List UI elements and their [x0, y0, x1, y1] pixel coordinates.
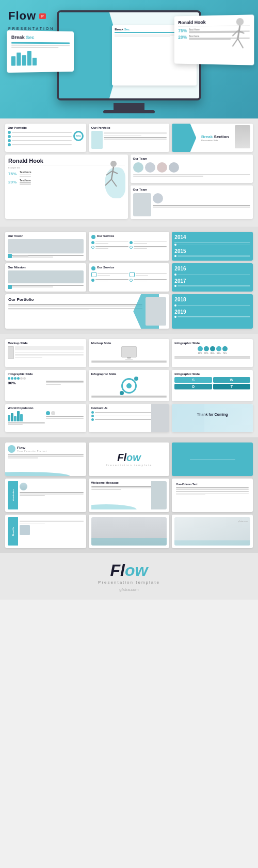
svg-line-2	[232, 39, 237, 46]
slide-mockup-2: Mockup Slide	[89, 339, 170, 367]
flow-slide-image-1	[89, 515, 170, 548]
flow-slide-introduction: Introduction	[5, 479, 86, 512]
flow-slide-image-2: gfxtra.com	[172, 515, 253, 548]
slide-infographic-2: Infographic Slide 80%	[5, 370, 86, 401]
flow-slide-logo: Flow Presentation template	[89, 442, 170, 476]
hero-jumper	[228, 18, 250, 63]
flow-slide-blank-teal	[172, 442, 253, 476]
bottom-logo-sub: Presentation template	[5, 580, 253, 585]
flow-slide-about: About Us	[5, 515, 86, 548]
slide-vision: Our Vision	[5, 232, 86, 261]
flow-slide-one-column: One-Column Text	[172, 479, 253, 512]
slide-team-1: Our Team	[131, 155, 253, 183]
svg-point-6	[110, 161, 117, 167]
slide-portfolio-2: Our Portfolio	[89, 124, 170, 152]
svg-line-8	[105, 179, 111, 185]
slide-world-population: World Population	[5, 404, 86, 432]
flow-grid-row3: About Us gfxtra.com	[5, 515, 253, 548]
hero-slide-left: Break Sec	[7, 30, 74, 73]
hero-slide-right: Ronald Hook 75% Test Here 20% Test here	[174, 14, 254, 65]
slides-grid-row1: Our Portfolio 70% Our Portfolio	[5, 124, 253, 152]
svg-line-10	[106, 171, 112, 175]
slide-break-section: Break Section Presentation Slide	[172, 124, 253, 152]
slide-service-1: Our Service	[89, 232, 170, 261]
watermark: gfxtra.com	[5, 587, 253, 592]
svg-line-3	[238, 39, 243, 48]
mockup-grid-row3: World Population	[5, 404, 253, 432]
flow-grid-row2: Introduction Welcome Message	[5, 479, 253, 512]
svg-line-7	[111, 167, 114, 179]
vision-section: Our Vision Our Service	[0, 227, 258, 334]
svg-line-9	[111, 179, 117, 186]
flow-slide-welcome: Welcome Message	[89, 479, 170, 512]
vision-grid-row1: Our Vision Our Service	[5, 232, 253, 261]
flow-slide-title: Flow Your Favorite Project	[5, 442, 86, 476]
slide-timeline-1: 2014 2015	[172, 232, 253, 261]
slide-thank-you: Thank for Coming	[172, 404, 253, 432]
flow-slides-section: Flow Your Favorite Project Flow Presenta…	[0, 437, 258, 553]
bottom-logo: Flow	[5, 561, 253, 580]
slide-portfolio-1: Our Portfolio 70%	[5, 124, 86, 152]
slide-mockup-1: Mockup Slide	[5, 339, 86, 367]
mockup-grid-row1: Mockup Slide Mockup Slide	[5, 339, 253, 367]
hero-slide-left-title: Break Sec	[11, 35, 70, 40]
svg-line-4	[232, 31, 237, 36]
mockup-section: Mockup Slide Mockup Slide	[0, 334, 258, 437]
bottom-logo-section: Flow Presentation template gfxtra.com	[0, 553, 258, 600]
slide-infographic-3: Infographic Slide	[89, 370, 170, 401]
slide-service-2: Our Service	[89, 263, 170, 292]
slide-timeline-2: 2016 2017	[172, 263, 253, 292]
monitor-base	[103, 110, 155, 113]
slide-team-2: Our Team	[131, 185, 253, 219]
svg-point-0	[236, 18, 244, 26]
mockup-grid-row2: Infographic Slide 80%	[5, 370, 253, 401]
vision-grid-row2: Our Mission Our Service	[5, 263, 253, 292]
slide-mission: Our Mission	[5, 263, 86, 292]
vision-grid-row3: Our Portfolio 2018 2019	[5, 294, 253, 329]
slides-grid-row2: Ronald Hook Example text 75% Test Here 2…	[5, 155, 253, 219]
slide-infographic-swot: Infographic Slide S W O T	[172, 370, 253, 401]
hero-chart	[11, 50, 70, 66]
slide-contact: Contact Us	[89, 404, 170, 432]
slide-timeline-3: 2018 2019	[172, 294, 253, 329]
slide-ronald: Ronald Hook Example text 75% Test Here 2…	[5, 155, 128, 219]
slide-infographic-1: Infographic Slide 80% 93% 85%	[172, 339, 253, 367]
slide-portfolio-wide: Our Portfolio	[5, 294, 169, 329]
flow-grid-row1: Flow Your Favorite Project Flow Presenta…	[5, 442, 253, 476]
hero-section: Flow P PRESENTATION TEMPLATE Break Sec	[0, 0, 258, 118]
slides-preview-section: Our Portfolio 70% Our Portfolio	[0, 118, 258, 227]
